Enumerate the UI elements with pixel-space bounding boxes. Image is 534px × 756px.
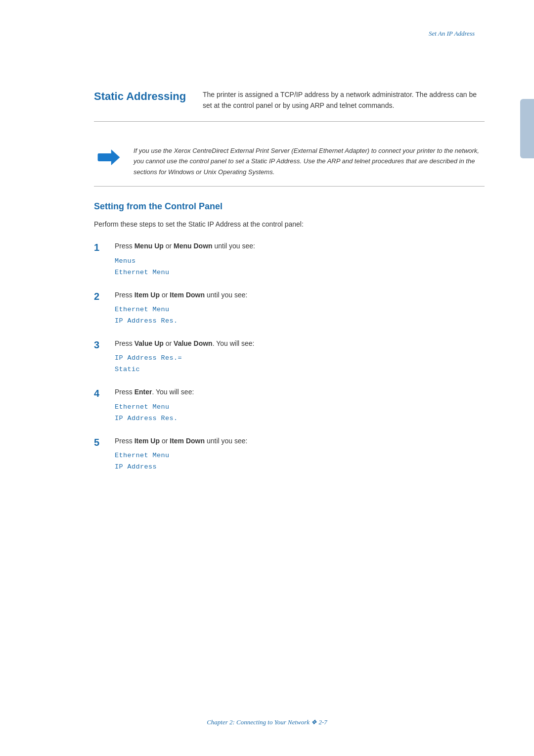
- step-number-5: 5: [94, 435, 110, 449]
- svg-marker-1: [111, 149, 120, 165]
- bold-item-down-2: Item Down: [170, 291, 205, 299]
- page-container: Set An IP Address Static Addressing The …: [0, 0, 534, 756]
- step-code-2: Ethernet MenuIP Address Res.: [115, 304, 485, 327]
- step-number-4: 4: [94, 386, 110, 400]
- header-reference: Set An IP Address: [429, 30, 475, 38]
- note-icon: [94, 147, 124, 167]
- note-box: If you use the Xerox CentreDirect Extern…: [94, 137, 485, 187]
- step-content-3: Press Value Up or Value Down. You will s…: [115, 338, 485, 376]
- bold-item-up-2: Item Up: [134, 291, 160, 299]
- step-item-1: 1 Press Menu Up or Menu Down until you s…: [94, 240, 485, 278]
- note-text: If you use the Xerox CentreDirect Extern…: [134, 145, 485, 177]
- step-code-5: Ethernet MenuIP Address: [115, 450, 485, 473]
- static-addressing-section: Static Addressing The printer is assigne…: [94, 89, 485, 122]
- step-instruction-1: Press Menu Up or Menu Down until you see…: [115, 240, 485, 251]
- step-item-2: 2 Press Item Up or Item Down until you s…: [94, 289, 485, 327]
- step-item-3: 3 Press Value Up or Value Down. You will…: [94, 338, 485, 376]
- content-area: Static Addressing The printer is assigne…: [94, 89, 485, 473]
- step-number-3: 3: [94, 338, 110, 352]
- bold-menu-up: Menu Up: [134, 242, 164, 250]
- steps-list: 1 Press Menu Up or Menu Down until you s…: [94, 240, 485, 472]
- step-item-4: 4 Press Enter. You will see: Ethernet Me…: [94, 386, 485, 424]
- step-item-5: 5 Press Item Up or Item Down until you s…: [94, 435, 485, 473]
- control-panel-section: Setting from the Control Panel Perform t…: [94, 201, 485, 473]
- step-instruction-2: Press Item Up or Item Down until you see…: [115, 289, 485, 300]
- step-number-2: 2: [94, 289, 110, 303]
- section-heading: Static Addressing: [94, 90, 203, 103]
- step-instruction-4: Press Enter. You will see:: [115, 386, 485, 397]
- arrow-right-icon: [97, 147, 121, 167]
- bold-value-down: Value Down: [174, 339, 213, 347]
- step-code-4: Ethernet MenuIP Address Res.: [115, 402, 485, 425]
- bold-item-down-5: Item Down: [170, 437, 205, 445]
- step-content-5: Press Item Up or Item Down until you see…: [115, 435, 485, 473]
- intro-steps-text: Perform these steps to set the Static IP…: [94, 219, 485, 230]
- subsection-heading: Setting from the Control Panel: [94, 201, 485, 212]
- step-code-3: IP Address Res.=Static: [115, 353, 485, 376]
- bold-item-up-5: Item Up: [134, 437, 160, 445]
- step-content-1: Press Menu Up or Menu Down until you see…: [115, 240, 485, 278]
- step-number-1: 1: [94, 240, 110, 254]
- step-instruction-3: Press Value Up or Value Down. You will s…: [115, 338, 485, 349]
- step-content-2: Press Item Up or Item Down until you see…: [115, 289, 485, 327]
- bold-value-up: Value Up: [134, 339, 164, 347]
- svg-rect-0: [98, 153, 112, 161]
- step-content-4: Press Enter. You will see: Ethernet Menu…: [115, 386, 485, 424]
- bold-menu-down: Menu Down: [174, 242, 213, 250]
- right-tab-decoration: [520, 99, 534, 158]
- step-code-1: MenusEthernet Menu: [115, 256, 485, 279]
- step-instruction-5: Press Item Up or Item Down until you see…: [115, 435, 485, 446]
- section-body-text: The printer is assigned a TCP/IP address…: [203, 89, 485, 111]
- bold-enter: Enter: [134, 388, 152, 396]
- footer-reference: Chapter 2: Connecting to Your Network ❖ …: [0, 718, 534, 726]
